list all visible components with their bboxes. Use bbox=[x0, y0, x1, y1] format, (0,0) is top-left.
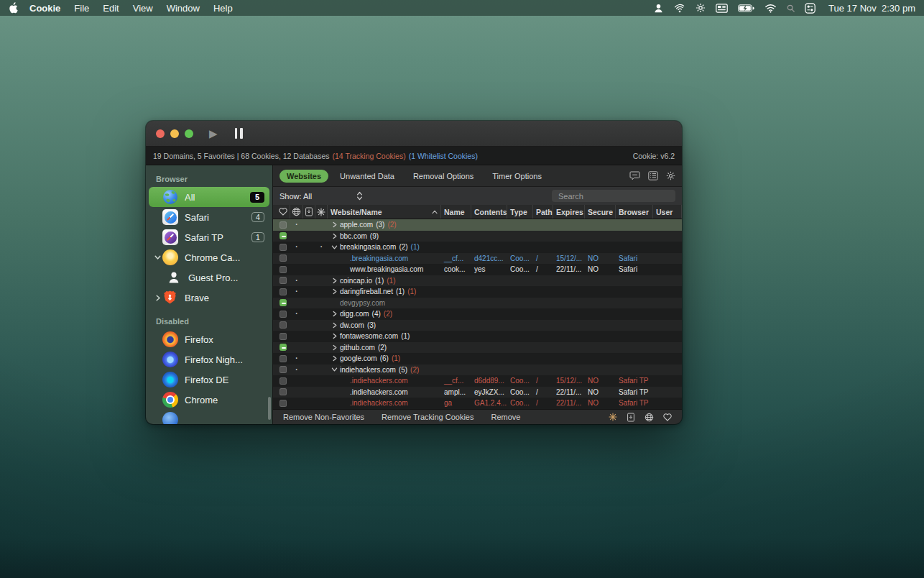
disclosure-expanded-icon[interactable] bbox=[331, 367, 338, 372]
sidebar-item-chrome[interactable]: Chrome bbox=[149, 390, 269, 410]
search-field[interactable] bbox=[552, 190, 675, 202]
remove-non-favorites-button[interactable]: Remove Non-Favorites bbox=[283, 413, 364, 421]
row-checkbox[interactable] bbox=[279, 266, 287, 273]
disclosure-expanded-icon[interactable] bbox=[331, 244, 338, 250]
row-checkbox[interactable] bbox=[279, 288, 287, 295]
column-header-path[interactable]: Path bbox=[533, 205, 553, 219]
control-center-icon[interactable] bbox=[805, 3, 816, 14]
sidebar-scrollbar[interactable] bbox=[268, 397, 271, 420]
hotspot-icon[interactable] bbox=[674, 3, 685, 14]
disclosure-collapsed-icon[interactable] bbox=[331, 288, 338, 295]
column-header-name[interactable]: Name bbox=[441, 205, 471, 219]
snowflake-column-header[interactable] bbox=[315, 205, 328, 219]
table-row[interactable]: .indiehackers.comampl...eyJkZX...Coo.../… bbox=[273, 387, 682, 398]
search-input[interactable] bbox=[558, 192, 672, 201]
tab-timer-options[interactable]: Timer Options bbox=[485, 170, 549, 183]
disclosure-collapsed-icon[interactable] bbox=[331, 221, 338, 228]
notes-list-icon[interactable] bbox=[648, 171, 658, 180]
page-arrow-column-header[interactable] bbox=[303, 205, 315, 219]
sidebar-item-firefox-nigh[interactable]: Firefox Nigh... bbox=[149, 349, 269, 370]
sidebar-item-chrome-ca[interactable]: Chrome Ca... bbox=[149, 247, 269, 267]
table-row[interactable]: .indiehackers.comgaGA1.2.4...Coo.../22/1… bbox=[273, 398, 682, 409]
sidebar-item-safari-tp[interactable]: Safari TP1 bbox=[149, 227, 269, 247]
table-row[interactable]: ·indiehackers.com(5)(2) bbox=[273, 364, 682, 376]
sidebar-item-clipped[interactable] bbox=[149, 410, 269, 424]
tab-unwanted-data[interactable]: Unwanted Data bbox=[333, 170, 402, 183]
search-icon[interactable] bbox=[787, 4, 795, 12]
table-row[interactable]: github.com(2) bbox=[273, 342, 682, 354]
menu-view[interactable]: View bbox=[133, 3, 153, 14]
heart-column-header[interactable] bbox=[276, 205, 290, 219]
table-row[interactable]: .indiehackers.com__cf...d6dd89...Coo.../… bbox=[273, 375, 682, 387]
column-header-website-name[interactable]: Website/Name bbox=[328, 205, 441, 219]
gear-icon[interactable] bbox=[696, 3, 706, 13]
disclosure-collapsed-icon[interactable] bbox=[331, 344, 338, 351]
row-checkbox[interactable] bbox=[279, 377, 287, 385]
row-checkbox[interactable] bbox=[279, 366, 287, 373]
page-arrow-footer-icon[interactable] bbox=[627, 413, 635, 422]
remove-button[interactable]: Remove bbox=[491, 413, 520, 421]
tab-websites[interactable]: Websites bbox=[279, 170, 328, 183]
menu-edit[interactable]: Edit bbox=[103, 3, 119, 14]
sidebar-item-guest-pro[interactable]: Guest Pro... bbox=[149, 267, 269, 288]
table-row[interactable]: bbc.com(9) bbox=[273, 231, 682, 242]
wifi-icon[interactable] bbox=[764, 4, 777, 13]
battery-charging-icon[interactable] bbox=[738, 4, 754, 12]
row-checkbox[interactable] bbox=[279, 388, 287, 395]
column-header-expires[interactable]: Expires bbox=[553, 205, 585, 219]
row-checkbox[interactable] bbox=[279, 333, 287, 340]
table-row[interactable]: .breakingasia.com__cf...d421cc...Coo.../… bbox=[273, 253, 682, 265]
disclosure-collapsed-icon[interactable] bbox=[331, 322, 338, 329]
input-source-icon[interactable] bbox=[716, 4, 728, 13]
column-header-user[interactable]: User bbox=[653, 205, 682, 219]
column-header-browser[interactable]: Browser bbox=[616, 205, 653, 219]
row-checkbox[interactable] bbox=[279, 277, 287, 284]
table-row[interactable]: ··breakingasia.com(2)(1) bbox=[273, 242, 682, 253]
row-checkbox[interactable] bbox=[279, 232, 287, 239]
row-checkbox[interactable] bbox=[279, 355, 287, 362]
sidebar-item-safari[interactable]: Safari4 bbox=[149, 207, 269, 227]
user-icon[interactable] bbox=[653, 3, 664, 14]
comment-bubble-icon[interactable] bbox=[629, 171, 640, 180]
show-filter-label[interactable]: Show: All bbox=[279, 192, 312, 201]
menu-app-name[interactable]: Cookie bbox=[29, 3, 60, 14]
menu-help[interactable]: Help bbox=[213, 3, 233, 14]
apple-menu-icon[interactable] bbox=[9, 2, 18, 14]
row-checkbox[interactable] bbox=[279, 321, 287, 329]
disclosure-collapsed-icon[interactable] bbox=[331, 277, 338, 284]
minimize-button[interactable] bbox=[170, 129, 179, 138]
column-header-type[interactable]: Type bbox=[507, 205, 533, 219]
sidebar-item-brave[interactable]: Brave bbox=[149, 288, 269, 308]
show-filter-stepper-icon[interactable] bbox=[356, 191, 363, 201]
row-checkbox[interactable] bbox=[279, 311, 287, 318]
snowflake-footer-icon[interactable] bbox=[609, 413, 617, 421]
table-row[interactable]: fontawesome.com(1) bbox=[273, 331, 682, 342]
table-row[interactable]: ·coincap.io(1)(1) bbox=[273, 275, 682, 287]
remove-tracking-cookies-button[interactable]: Remove Tracking Cookies bbox=[382, 413, 473, 421]
table-row[interactable]: ·google.com(6)(1) bbox=[273, 353, 682, 364]
close-button[interactable] bbox=[156, 129, 165, 138]
pause-icon[interactable] bbox=[235, 128, 243, 139]
globe-footer-icon[interactable] bbox=[645, 413, 654, 422]
row-checkbox[interactable] bbox=[279, 344, 287, 351]
sidebar-item-all[interactable]: All5 bbox=[149, 187, 269, 207]
sidebar-item-firefox[interactable]: Firefox bbox=[149, 329, 269, 349]
sidebar-item-firefox-de[interactable]: Firefox DE bbox=[149, 370, 269, 390]
disclosure-collapsed-icon[interactable] bbox=[331, 233, 338, 239]
column-header-secure[interactable]: Secure bbox=[585, 205, 616, 219]
globe-column-header[interactable] bbox=[290, 205, 303, 219]
row-checkbox[interactable] bbox=[279, 400, 287, 407]
menu-clock[interactable]: Tue 17 Nov 2:30 pm bbox=[828, 3, 915, 14]
table-row[interactable]: ·digg.com(4)(2) bbox=[273, 308, 682, 320]
column-header-contents[interactable]: Contents bbox=[471, 205, 507, 219]
row-checkbox[interactable] bbox=[279, 254, 287, 262]
disclosure-collapsed-icon[interactable] bbox=[331, 355, 338, 362]
table-row[interactable]: dw.com(3) bbox=[273, 320, 682, 331]
menu-file[interactable]: File bbox=[74, 3, 89, 14]
disclosure-collapsed-icon[interactable] bbox=[331, 333, 338, 339]
row-checkbox[interactable] bbox=[279, 299, 287, 306]
table-row[interactable]: www.breakingasia.comcook...yesCoo.../22/… bbox=[273, 264, 682, 275]
row-checkbox[interactable] bbox=[279, 244, 287, 251]
table-row[interactable]: ·apple.com(3)(2) bbox=[273, 219, 682, 231]
heart-footer-icon[interactable] bbox=[663, 413, 672, 421]
